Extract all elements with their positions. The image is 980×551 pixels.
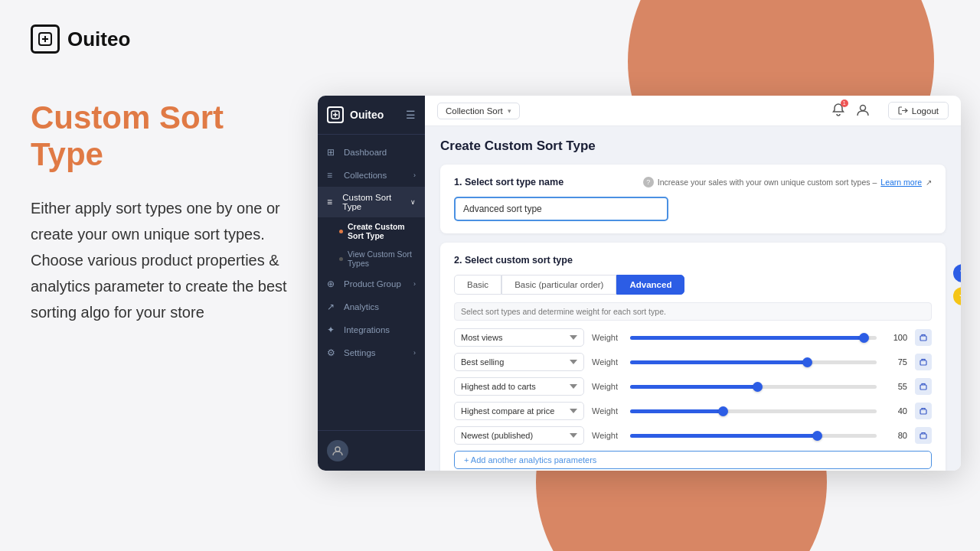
dot-icon	[339, 257, 343, 261]
sidebar-item-product-group[interactable]: ⊕ Product Group ›	[318, 272, 425, 295]
weight-slider-5[interactable]	[630, 434, 877, 438]
sidebar-logo-text: Ouiteo	[350, 109, 384, 121]
chevron-right-icon: ›	[413, 280, 416, 288]
sidebar-subitem-label: Create Custom Sort Type	[348, 222, 416, 240]
weight-label-5: Weight	[592, 431, 622, 440]
right-helpers: ? ★	[953, 264, 961, 305]
sort-select-3[interactable]: Highest add to carts	[454, 377, 584, 396]
chevron-down-icon: ∨	[410, 198, 416, 206]
settings-icon: ⚙	[327, 347, 338, 358]
sidebar-item-label: Integrations	[344, 325, 390, 334]
sort-row: Highest compare at price Weight 40	[454, 402, 932, 420]
notification-badge: 1	[841, 99, 848, 107]
sidebar-item-label: Custom Sort Type	[342, 193, 404, 211]
sort-select-4[interactable]: Highest compare at price	[454, 402, 584, 420]
custom-sort-icon: ≡	[327, 197, 336, 207]
left-panel: Ouiteo Custom Sort Type Either apply sor…	[0, 0, 322, 551]
sort-row: Most views Weight 100	[454, 328, 932, 347]
section2-header: 2. Select custom sort type	[454, 255, 932, 266]
analytics-icon: ↗	[327, 302, 338, 312]
menu-icon[interactable]: ☰	[406, 109, 416, 121]
sort-select-2[interactable]: Best selling	[454, 353, 584, 371]
weight-value-3: 55	[884, 382, 907, 391]
help-circle-button[interactable]: ?	[953, 264, 961, 282]
sort-row: Highest add to carts Weight 55	[454, 377, 932, 396]
sidebar-item-dashboard[interactable]: ⊞ Dashboard	[318, 141, 425, 164]
main-heading: Custom Sort Type	[31, 99, 291, 174]
slider-fill-4	[630, 409, 724, 413]
learn-more-link[interactable]: Learn more	[880, 178, 922, 187]
sort-select-5[interactable]: Newest (published)	[454, 426, 584, 445]
sidebar: Ouiteo ☰ ⊞ Dashboard ≡ Collections › ≡ C…	[318, 96, 425, 471]
page-title: Create Custom Sort Type	[440, 139, 946, 154]
sidebar-item-integrations[interactable]: ✦ Integrations	[318, 318, 425, 341]
star-button[interactable]: ★	[953, 287, 961, 305]
slider-thumb-2	[802, 357, 812, 367]
delete-btn-5[interactable]	[915, 427, 932, 444]
slider-track-2	[630, 360, 877, 364]
weight-value-1: 100	[884, 333, 907, 342]
sort-name-input[interactable]	[454, 197, 668, 221]
delete-btn-2[interactable]	[915, 354, 932, 370]
svg-point-7	[860, 105, 865, 110]
sidebar-item-settings[interactable]: ⚙ Settings ›	[318, 341, 425, 364]
section1-card: 1. Select sort type name ? Increase your…	[440, 165, 946, 233]
sidebar-subitem-view[interactable]: View Custom Sort Types	[318, 245, 425, 272]
sidebar-item-label: Settings	[344, 348, 376, 357]
weight-value-5: 80	[884, 431, 907, 440]
delete-btn-1[interactable]	[915, 329, 932, 346]
product-group-icon: ⊕	[327, 279, 338, 289]
slider-track-1	[630, 336, 877, 340]
notification-icon[interactable]: 1	[831, 103, 845, 119]
collections-icon: ≡	[327, 170, 338, 181]
add-param-button[interactable]: + Add another analytics parameters	[454, 451, 932, 469]
add-param-label: + Add another analytics parameters	[464, 455, 596, 465]
sidebar-item-label: Dashboard	[344, 148, 387, 157]
sidebar-subitem-create[interactable]: Create Custom Sort Type	[318, 217, 425, 245]
sort-select-1[interactable]: Most views	[454, 328, 584, 347]
weight-slider-1[interactable]	[630, 336, 877, 340]
tab-advanced[interactable]: Advanced	[616, 275, 684, 295]
sidebar-item-label: Product Group	[344, 279, 401, 289]
sidebar-logo-icon	[327, 106, 344, 123]
sidebar-item-collections[interactable]: ≡ Collections ›	[318, 164, 425, 187]
external-link-icon: ↗	[926, 178, 932, 187]
delete-btn-4[interactable]	[915, 403, 932, 419]
logout-button[interactable]: Logout	[888, 102, 949, 119]
svg-rect-21	[920, 409, 926, 414]
delete-btn-3[interactable]	[915, 378, 932, 395]
description: Either apply sort types one by one or cr…	[31, 195, 291, 325]
weight-label-2: Weight	[592, 357, 622, 367]
sort-row: Newest (published) Weight 80	[454, 426, 932, 445]
tab-basic-particular[interactable]: Basic (particular order)	[501, 275, 616, 295]
sidebar-item-custom-sort-type[interactable]: ≡ Custom Sort Type ∨	[318, 187, 425, 217]
avatar[interactable]	[327, 440, 348, 461]
svg-point-6	[335, 447, 340, 452]
section1-title: 1. Select sort type name	[454, 177, 564, 187]
dashboard-icon: ⊞	[327, 147, 338, 158]
weight-slider-3[interactable]	[630, 385, 877, 389]
question-icon: ?	[960, 268, 961, 279]
sort-type-tabs: Basic Basic (particular order) Advanced	[454, 275, 932, 295]
svg-rect-17	[920, 385, 926, 390]
weight-label-4: Weight	[592, 406, 622, 416]
sidebar-logo: Ouiteo ☰	[318, 96, 425, 135]
slider-track-4	[630, 409, 877, 413]
collection-sort-dropdown[interactable]: Collection Sort ▾	[437, 103, 520, 119]
logo-icon	[31, 24, 60, 54]
slider-fill-5	[630, 434, 818, 438]
slider-fill-2	[630, 360, 808, 364]
svg-rect-9	[920, 336, 926, 341]
slider-thumb-4	[718, 406, 728, 416]
sidebar-item-analytics[interactable]: ↗ Analytics	[318, 295, 425, 318]
weight-slider-4[interactable]	[630, 409, 877, 413]
page-content: Create Custom Sort Type 1. Select sort t…	[425, 126, 961, 471]
logo-text: Ouiteo	[67, 28, 130, 51]
star-icon: ★	[959, 291, 962, 302]
tab-basic[interactable]: Basic	[454, 275, 501, 295]
integrations-icon: ✦	[327, 324, 338, 335]
section1-header: 1. Select sort type name ? Increase your…	[454, 177, 932, 187]
weight-slider-2[interactable]	[630, 360, 877, 364]
weight-value-2: 75	[884, 357, 907, 367]
user-icon[interactable]	[856, 103, 870, 119]
